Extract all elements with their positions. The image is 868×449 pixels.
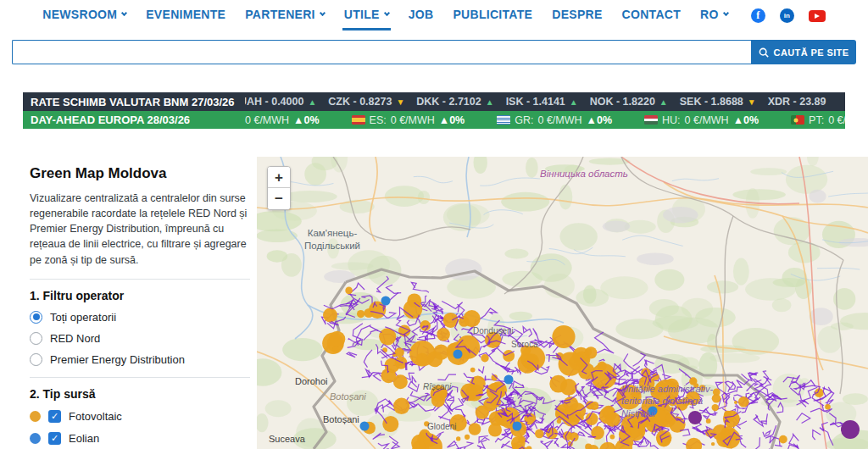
checkbox-checked[interactable] bbox=[48, 432, 61, 445]
radio-button-checked[interactable] bbox=[30, 311, 42, 324]
ticker-items: UAH - 0.4000▲ CZK - 0.8273▼ DKK - 2.7102… bbox=[245, 96, 845, 108]
nav-item-despre[interactable]: DESPRE bbox=[552, 8, 602, 30]
radio-premier-energy[interactable]: Premier Energy Distribution bbox=[30, 353, 250, 366]
price-value: 0 €/MWH bbox=[828, 114, 845, 126]
fx-rate-value: UAH - 0.4000 bbox=[245, 96, 303, 108]
nav-label: PARTENERI bbox=[245, 8, 315, 21]
source-filter-heading: 2. Tip sursă bbox=[30, 387, 250, 401]
ticker-title: RATE SCHIMB VALUTAR BNM 27/03/26 bbox=[23, 96, 245, 108]
day-ahead-item: ES:0 €/MWH▲0% bbox=[352, 114, 465, 126]
radio-all-operators[interactable]: Toți operatorii bbox=[30, 311, 250, 324]
price-value: 0 €/MWH bbox=[685, 114, 729, 126]
nav-item-job[interactable]: JOB bbox=[409, 8, 434, 30]
source-color-dot bbox=[30, 411, 41, 422]
zoom-in-button[interactable]: + bbox=[268, 167, 290, 188]
price-value: 0 €/MWH bbox=[245, 114, 289, 126]
day-ahead-item: GR:0 €/MWH▲0% bbox=[497, 114, 612, 126]
nav-label: RO bbox=[700, 8, 719, 21]
hu-flag-icon bbox=[644, 115, 658, 125]
fx-rate-value: XDR - 23.89 bbox=[768, 96, 826, 108]
radio-red-nord[interactable]: RED Nord bbox=[30, 332, 250, 345]
gr-flag-icon bbox=[497, 115, 510, 125]
map-filter-sidebar: Green Map Moldova Vizualizare centraliza… bbox=[30, 165, 250, 449]
nav-item-publicitate[interactable]: PUBLICITATE bbox=[453, 8, 532, 30]
nav-item-utile[interactable]: UTILE bbox=[344, 8, 389, 30]
nav-item-contact[interactable]: CONTACT bbox=[622, 8, 682, 30]
fx-rate-value: CZK - 0.8273 bbox=[328, 96, 392, 108]
checkbox-checked[interactable] bbox=[48, 410, 61, 423]
chevron-down-icon bbox=[320, 10, 326, 16]
up-arrow-icon: ▲ bbox=[486, 97, 494, 107]
price-change: ▲0% bbox=[293, 114, 319, 126]
search-icon bbox=[759, 47, 769, 58]
nav-label: CONTACT bbox=[622, 8, 682, 21]
nav-item-language-ro[interactable]: RO bbox=[700, 8, 728, 30]
fx-rate-value: SEK - 1.8688 bbox=[680, 96, 743, 108]
es-flag-icon bbox=[352, 115, 365, 125]
page-title: Green Map Moldova bbox=[30, 165, 250, 182]
fx-rate-item: CZK - 0.8273▼ bbox=[328, 96, 404, 108]
chevron-down-icon bbox=[121, 10, 127, 16]
nav-label: JOB bbox=[409, 8, 434, 21]
fx-rate-item: DKK - 2.7102▲ bbox=[416, 96, 493, 108]
price-change: ▲0% bbox=[733, 114, 759, 126]
price-change: ▲0% bbox=[439, 114, 465, 126]
country-code: GR: bbox=[515, 114, 533, 126]
country-code: ES: bbox=[370, 114, 387, 126]
day-ahead-item: 0 €/MWH▲0% bbox=[245, 114, 320, 126]
divider bbox=[30, 279, 250, 280]
search-button-label: CAUTĂ PE SITE bbox=[774, 47, 849, 58]
exchange-rate-ticker: RATE SCHIMB VALUTAR BNM 27/03/26 UAH - 0… bbox=[23, 92, 845, 111]
map-canvas[interactable] bbox=[257, 157, 868, 449]
radio-label: RED Nord bbox=[50, 332, 100, 345]
price-value: 0 €/MWH bbox=[537, 114, 581, 126]
fx-rate-item: ISK - 1.4141▲ bbox=[506, 96, 578, 108]
source-color-dot bbox=[30, 433, 41, 444]
fx-rate-item: SEK - 1.8688▼ bbox=[680, 96, 756, 108]
nav-item-newsroom[interactable]: NEWSROOM bbox=[42, 8, 126, 30]
facebook-icon[interactable] bbox=[751, 8, 765, 23]
source-eolian[interactable]: Eolian bbox=[30, 432, 250, 445]
zoom-out-button[interactable]: − bbox=[268, 188, 290, 209]
day-ahead-ticker: DAY-AHEAD EUROPA 28/03/26 0 €/MWH▲0% ES:… bbox=[23, 111, 845, 129]
day-ahead-item: HU:0 €/MWH▲0% bbox=[644, 114, 759, 126]
nav-item-parteneri[interactable]: PARTENERI bbox=[245, 8, 325, 30]
ticker-items: 0 €/MWH▲0% ES:0 €/MWH▲0% GR:0 €/MWH▲0% H… bbox=[245, 114, 845, 126]
site-search: CAUTĂ PE SITE bbox=[12, 40, 856, 64]
checkbox-label: Eolian bbox=[69, 432, 99, 445]
nav-label: EVENIMENTE bbox=[146, 8, 225, 21]
country-code: PT: bbox=[809, 114, 824, 126]
search-input[interactable] bbox=[12, 40, 751, 64]
chevron-down-icon bbox=[384, 10, 390, 16]
nav-label: DESPRE bbox=[552, 8, 602, 21]
fx-rate-value: ISK - 1.4141 bbox=[506, 96, 565, 108]
radio-label: Toți operatorii bbox=[50, 311, 116, 324]
top-navigation: NEWSROOM EVENIMENTE PARTENERI UTILE JOB … bbox=[0, 8, 868, 30]
nav-item-evenimente[interactable]: EVENIMENTE bbox=[146, 8, 225, 30]
up-arrow-icon: ▲ bbox=[659, 97, 668, 107]
source-fotovoltaic[interactable]: Fotovoltaic bbox=[30, 410, 250, 423]
radio-button[interactable] bbox=[30, 353, 42, 366]
radio-button[interactable] bbox=[30, 332, 42, 345]
youtube-icon[interactable] bbox=[809, 10, 826, 22]
divider bbox=[30, 377, 250, 378]
page-description: Vizualizare centralizată a centralelor d… bbox=[30, 191, 250, 268]
fx-rate-item: XDR - 23.89 bbox=[768, 96, 826, 108]
chevron-down-icon bbox=[723, 10, 729, 16]
fx-rate-value: NOK - 1.8220 bbox=[590, 96, 655, 108]
up-arrow-icon: ▲ bbox=[570, 97, 578, 107]
nav-label: UTILE bbox=[344, 8, 380, 21]
green-map[interactable]: + − Кам'янець-Подільський Вінницька обла… bbox=[257, 157, 868, 449]
up-arrow-icon: ▲ bbox=[308, 97, 316, 107]
linkedin-icon[interactable] bbox=[780, 8, 794, 23]
operator-filter-heading: 1. Filtru operator bbox=[30, 289, 250, 302]
checkbox-label: Fotovoltaic bbox=[69, 410, 122, 423]
nav-label: NEWSROOM bbox=[42, 8, 117, 21]
ticker-title: DAY-AHEAD EUROPA 28/03/26 bbox=[23, 114, 245, 126]
price-change: ▲0% bbox=[587, 114, 612, 126]
country-code: HU: bbox=[662, 114, 681, 126]
price-value: 0 €/MWH bbox=[391, 114, 435, 126]
fx-rate-item: NOK - 1.8220▲ bbox=[590, 96, 668, 108]
down-arrow-icon: ▼ bbox=[396, 97, 404, 107]
search-button[interactable]: CAUTĂ PE SITE bbox=[751, 40, 856, 64]
